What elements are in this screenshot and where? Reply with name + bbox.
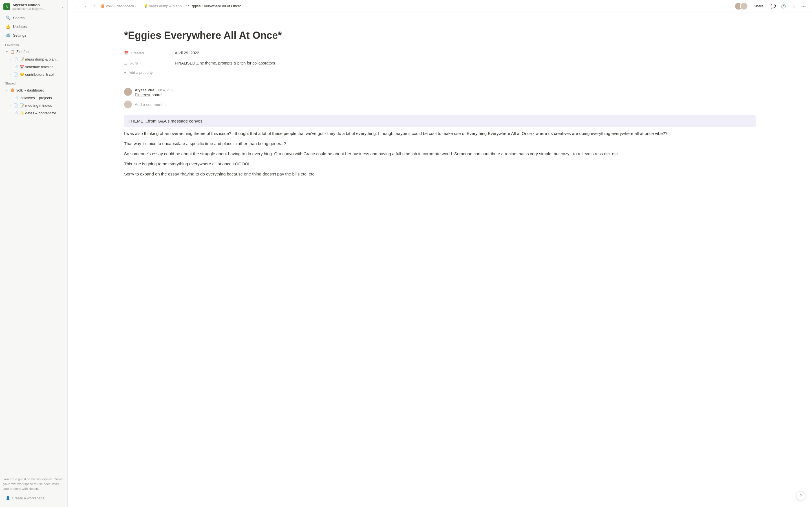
sidebar-footer: You are a guest of this workspace. Creat…	[0, 472, 67, 507]
breadcrumb-ellipsis-label: ...	[137, 4, 140, 8]
sidebar-item-dates-content[interactable]: › 📄 ✨ dates & content for...	[2, 109, 66, 117]
sidebar-section-favorites: Favorites ▾ 📋 Zinefest › 📄 📝 ideas dump …	[0, 40, 67, 78]
add-property-button[interactable]: + Add a property	[124, 68, 756, 76]
contributors-icon: 📄	[13, 71, 18, 77]
chevron-right-icon[interactable]: ›	[7, 71, 13, 77]
breadcrumb-yolk-label: yölk ~ dashboard	[106, 4, 134, 8]
comment-input[interactable]: Add a comment...	[135, 102, 756, 107]
more-options-button[interactable]: •••	[800, 2, 808, 10]
comment-input-row: Add a comment...	[124, 101, 756, 108]
body-paragraph-2: That way it's nice to encapsulate a spec…	[124, 140, 756, 147]
breadcrumb-sep-2: /	[142, 4, 143, 8]
updates-icon: 🔔	[5, 24, 11, 29]
comment-date-1: Jun 4, 2022	[156, 88, 174, 92]
comment-author-1: Alyssa Pua	[135, 88, 154, 92]
ideas-dump-icon: 📄	[13, 56, 18, 62]
pinterest-link[interactable]: Pinterest	[135, 93, 150, 97]
breadcrumb-current[interactable]: *Eggies Everywhere All At Once*	[188, 4, 241, 8]
add-property-label: Add a property	[129, 70, 153, 75]
settings-icon: ⚙️	[5, 33, 11, 38]
calendar-icon: 📅	[124, 51, 129, 55]
sidebar-item-search[interactable]: 🔍 Search	[2, 13, 66, 22]
comments-button[interactable]: 💬	[769, 2, 777, 10]
created-label-text: Created	[131, 51, 144, 55]
sidebar-updates-label: Updates	[13, 24, 27, 29]
breadcrumb-ellipsis[interactable]: ...	[137, 4, 140, 8]
breadcrumb-current-label: *Eggies Everywhere All At Once*	[188, 4, 241, 8]
chevron-right-icon[interactable]: ›	[7, 64, 13, 69]
meeting-icon: 📄	[13, 103, 18, 108]
schedule-label: 📅 schedule timeline	[20, 65, 64, 69]
add-page-button[interactable]: +	[90, 2, 98, 10]
topbar-actions: Share 💬 🕐 ☆ •••	[734, 2, 808, 10]
sidebar-item-zinefest[interactable]: ▾ 📋 Zinefest	[2, 48, 66, 55]
share-button[interactable]: Share	[750, 3, 767, 9]
sidebar-item-settings[interactable]: ⚙️ Settings	[2, 31, 66, 40]
workspace-name: Alyssa's Notion	[12, 3, 59, 7]
sidebar-section-shared: Shared ▾ 🥚 yölk ~ dashboard › 📄 initiati…	[0, 78, 67, 117]
sidebar-item-yolk-dashboard[interactable]: ▾ 🥚 yölk ~ dashboard	[2, 87, 66, 94]
chevron-right-icon[interactable]: ›	[7, 56, 13, 62]
chevron-right-icon[interactable]: ›	[7, 110, 13, 116]
breadcrumb: 🥚 yölk ~ dashboard / ... / 💡 ideas dump …	[100, 4, 732, 8]
property-blurb-label: ☰ blurb	[124, 60, 175, 65]
breadcrumb-ideas[interactable]: 💡 ideas dump & plann...	[144, 4, 185, 8]
workspace-chevron-icon: ⌄	[61, 5, 64, 9]
comment-section: Alyssa Pua Jun 4, 2022 Pinterest board A…	[124, 88, 756, 108]
favorites-title: Favorites	[0, 40, 67, 48]
chevron-down-icon[interactable]: ▾	[4, 87, 10, 93]
workspace-icon: A	[3, 3, 10, 10]
breadcrumb-ideas-icon: 💡	[144, 4, 148, 8]
history-button[interactable]: 🕐	[779, 2, 787, 10]
guest-notice: You are a guest of this workspace. Creat…	[3, 477, 64, 492]
dates-icon: 📄	[13, 110, 18, 116]
create-workspace-button[interactable]: 👤 Create a workspace	[3, 494, 64, 503]
page-body: THEME....from G&A's message convos I was…	[124, 115, 756, 177]
breadcrumb-yolk-icon: 🥚	[100, 4, 105, 8]
property-created-value[interactable]: April 29, 2022	[175, 50, 756, 55]
help-button[interactable]: ?	[796, 491, 805, 500]
dates-label: ✨ dates & content for...	[20, 111, 64, 115]
sidebar-settings-label: Settings	[13, 33, 26, 38]
search-icon: 🔍	[5, 15, 11, 20]
breadcrumb-ideas-label: ideas dump & plann...	[149, 4, 185, 8]
chevron-down-icon[interactable]: ▾	[4, 49, 10, 54]
chevron-right-icon[interactable]: ›	[7, 103, 13, 108]
comment-item-1: Alyssa Pua Jun 4, 2022 Pinterest board	[124, 88, 756, 97]
properties-divider	[124, 81, 756, 81]
body-paragraph-5: Sorry to expand on the essay *having to …	[124, 171, 756, 177]
comment-text-1: Pinterest board	[135, 93, 756, 97]
forward-button[interactable]: ›	[81, 2, 89, 10]
sidebar: A Alyssa's Notion gwendolyn10.lin@gm... …	[0, 0, 68, 507]
workspace-email: gwendolyn10.lin@gm...	[12, 7, 52, 10]
body-paragraph-1: I was also thinking of an overarching th…	[124, 130, 756, 137]
sidebar-nav: 🔍 Search 🔔 Updates ⚙️ Settings	[0, 13, 67, 40]
properties-section: 📅 Created April 29, 2022 ☰ blurb FINALIS…	[124, 48, 756, 81]
sidebar-item-ideas-dump[interactable]: › 📄 📝 ideas dump & plan...	[2, 55, 66, 63]
blurb-label-text: blurb	[130, 61, 138, 65]
nav-buttons: ‹ › +	[72, 2, 98, 10]
sidebar-item-initiatives[interactable]: › 📄 initiatives + projects	[2, 94, 66, 101]
favorite-button[interactable]: ☆	[790, 2, 797, 10]
initiatives-icon: 📄	[13, 95, 18, 101]
sidebar-item-contributors[interactable]: › 📄 🤝 contributors & coll...	[2, 71, 66, 78]
create-workspace-label: Create a workspace	[12, 496, 45, 501]
sidebar-item-updates[interactable]: 🔔 Updates	[2, 22, 66, 31]
body-paragraph-3: So someone's essay could be about the st…	[124, 151, 756, 157]
schedule-icon: 📄	[13, 64, 18, 69]
zinefest-icon: 📋	[10, 49, 15, 54]
initiatives-label: initiatives + projects	[20, 96, 64, 100]
breadcrumb-yolk[interactable]: 🥚 yölk ~ dashboard	[100, 4, 134, 8]
property-created: 📅 Created April 29, 2022	[124, 48, 756, 58]
body-paragraph-4: This zine is going to be everything ever…	[124, 161, 756, 167]
sidebar-item-schedule[interactable]: › 📄 📅 schedule timeline	[2, 63, 66, 70]
comment-input-avatar	[124, 101, 132, 108]
comment-board-text: board	[151, 93, 161, 97]
sidebar-item-meeting-minutes[interactable]: › 📄 📝 meeting minutes	[2, 102, 66, 109]
property-blurb-value[interactable]: FINALISED Zine theme, prompts & pitch fo…	[175, 60, 756, 65]
page-content: *Eggies Everywhere All At Once* 📅 Create…	[68, 12, 812, 507]
contributors-label: 🤝 contributors & coll...	[20, 72, 64, 76]
chevron-right-icon[interactable]: ›	[7, 95, 13, 101]
workspace-header[interactable]: A Alyssa's Notion gwendolyn10.lin@gm... …	[0, 0, 67, 13]
back-button[interactable]: ‹	[72, 2, 80, 10]
